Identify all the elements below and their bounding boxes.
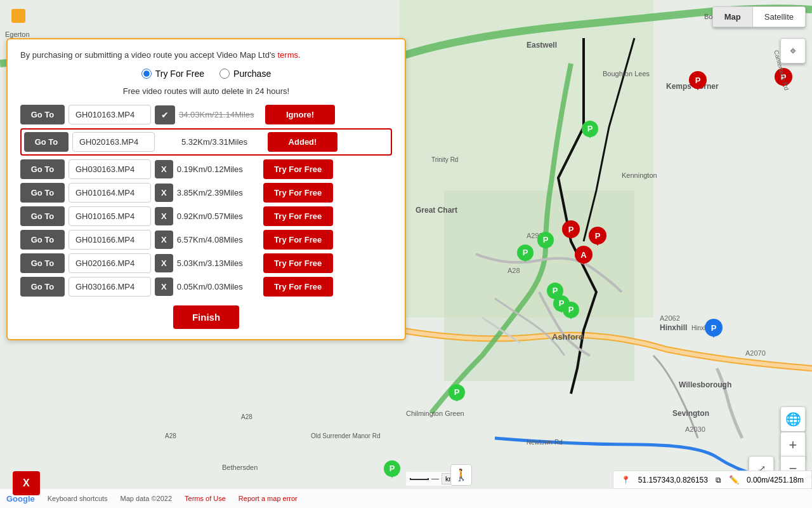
route-list: Go To GH010163.MP4 ✔ 34.03Km/21.14Miles … bbox=[20, 105, 392, 297]
compass-button[interactable]: ⌖ bbox=[780, 38, 806, 64]
purchase-label: Purchase bbox=[233, 69, 271, 79]
goto-button-4[interactable]: Go To bbox=[20, 206, 65, 226]
pegman-button[interactable]: 🚶 bbox=[450, 464, 472, 486]
svg-rect-2 bbox=[444, 190, 634, 381]
ignore-button-0[interactable]: Ignore! bbox=[265, 105, 335, 124]
distance-1: 5.32Km/3.31Miles bbox=[181, 137, 264, 147]
distance-0: 34.03Km/21.14Miles bbox=[179, 110, 261, 119]
goto-button-0[interactable]: Go To bbox=[20, 105, 65, 124]
try-button-3[interactable]: Try For Free bbox=[263, 183, 333, 203]
svg-text:P: P bbox=[390, 464, 395, 473]
filename-5: GH010166.MP4 bbox=[69, 230, 151, 250]
svg-rect-70 bbox=[11, 9, 25, 23]
svg-text:A2030: A2030 bbox=[685, 425, 705, 433]
goto-button-6[interactable]: Go To bbox=[20, 253, 65, 273]
try-button-6[interactable]: Try For Free bbox=[263, 253, 333, 273]
try-button-2[interactable]: Try For Free bbox=[263, 159, 333, 179]
map-type-map-btn[interactable]: Map bbox=[713, 7, 753, 27]
x-button-3[interactable]: X bbox=[155, 184, 173, 202]
map-bottom-bar: Google Keyboard shortcuts Map data ©2022… bbox=[0, 489, 812, 508]
filename-0: GH010163.MP4 bbox=[69, 105, 151, 124]
svg-text:Bethersden: Bethersden bbox=[222, 464, 258, 471]
svg-text:Great Chart: Great Chart bbox=[416, 206, 457, 215]
terms-text: By purchasing or submitting a video rout… bbox=[20, 50, 392, 61]
svg-text:Hinxhill: Hinxhill bbox=[660, 323, 687, 332]
filename-6: GH020166.MP4 bbox=[69, 253, 151, 273]
svg-text:Kennington: Kennington bbox=[622, 171, 657, 179]
svg-text:Newtown Rd: Newtown Rd bbox=[527, 439, 563, 446]
zoom-in-button[interactable]: + bbox=[780, 432, 806, 457]
coords-text: 51.157343,0.826153 bbox=[638, 476, 708, 485]
svg-text:A: A bbox=[580, 250, 587, 260]
scale-label: — bbox=[431, 474, 439, 483]
table-row: Go To GH010165.MP4 X 0.92Km/0.57Miles Tr… bbox=[20, 206, 392, 226]
terms-of-use[interactable]: Terms of Use bbox=[185, 495, 226, 502]
report-map-error[interactable]: Report a map error bbox=[239, 495, 298, 502]
svg-text:A2062: A2062 bbox=[660, 314, 680, 322]
distance-text: 0.00m/4251.18m bbox=[747, 476, 804, 485]
svg-text:Sevington: Sevington bbox=[672, 409, 709, 418]
map-type-control[interactable]: Map Satellite bbox=[712, 6, 806, 27]
svg-text:Trinity Rd: Trinity Rd bbox=[431, 156, 458, 163]
svg-text:A28: A28 bbox=[165, 432, 176, 439]
try-for-free-label: Try For Free bbox=[155, 69, 204, 79]
table-row: Go To GH020166.MP4 X 5.03Km/3.13Miles Tr… bbox=[20, 253, 392, 273]
x-corner-button[interactable]: X bbox=[13, 471, 40, 495]
filename-4: GH010165.MP4 bbox=[69, 206, 151, 226]
purchase-radio[interactable] bbox=[219, 69, 230, 79]
filename-7: GH030166.MP4 bbox=[69, 277, 151, 297]
goto-button-3[interactable]: Go To bbox=[20, 183, 65, 203]
goto-button-7[interactable]: Go To bbox=[20, 277, 65, 297]
svg-text:A28: A28 bbox=[241, 413, 252, 420]
distance-4: 0.92Km/0.57Miles bbox=[177, 211, 259, 221]
distance-3: 3.85Km/2.39Miles bbox=[177, 188, 259, 197]
map-type-satellite-btn[interactable]: Satellite bbox=[753, 7, 805, 27]
svg-text:P: P bbox=[568, 305, 574, 314]
svg-text:P: P bbox=[568, 225, 574, 234]
globe-button[interactable]: 🌐 bbox=[780, 406, 806, 432]
svg-text:P: P bbox=[711, 323, 717, 333]
svg-text:P: P bbox=[543, 235, 549, 244]
table-row: Go To GH010164.MP4 X 3.85Km/2.39Miles Tr… bbox=[20, 183, 392, 203]
try-for-free-radio-label[interactable]: Try For Free bbox=[141, 69, 204, 79]
keyboard-shortcuts[interactable]: Keyboard shortcuts bbox=[48, 495, 108, 502]
table-row: Go To GH030166.MP4 X 0.05Km/0.03Miles Tr… bbox=[20, 277, 392, 297]
svg-text:P: P bbox=[553, 286, 558, 295]
svg-text:P: P bbox=[595, 231, 601, 241]
goto-button-2[interactable]: Go To bbox=[20, 159, 65, 179]
x-button-6[interactable]: X bbox=[155, 254, 173, 272]
svg-text:P: P bbox=[695, 76, 701, 85]
added-button-1[interactable]: Added! bbox=[268, 132, 337, 152]
try-for-free-radio[interactable] bbox=[141, 69, 152, 79]
svg-text:P: P bbox=[587, 124, 593, 133]
goto-button-1[interactable]: Go To bbox=[24, 132, 69, 152]
try-button-4[interactable]: Try For Free bbox=[263, 206, 333, 226]
svg-text:A2070: A2070 bbox=[745, 349, 766, 357]
finish-button[interactable]: Finish bbox=[173, 305, 239, 329]
table-row: Go To GH030163.MP4 X 0.19Km/0.12Miles Tr… bbox=[20, 159, 392, 179]
route-panel: By purchasing or submitting a video rout… bbox=[6, 38, 406, 340]
goto-button-5[interactable]: Go To bbox=[20, 230, 65, 250]
table-row: Go To GH010163.MP4 ✔ 34.03Km/21.14Miles … bbox=[20, 105, 392, 124]
x-button-2[interactable]: X bbox=[155, 160, 173, 178]
distance-5: 6.57Km/4.08Miles bbox=[177, 235, 259, 244]
copy-icon[interactable]: ⧉ bbox=[716, 476, 721, 485]
try-button-5[interactable]: Try For Free bbox=[263, 230, 333, 250]
distance-2: 0.19Km/0.12Miles bbox=[177, 164, 259, 174]
auto-delete-text: Free video routes will auto delete in 24… bbox=[20, 86, 392, 96]
coords-bar: 📍 51.157343,0.826153 ⧉ ✏️ 0.00m/4251.18m bbox=[613, 471, 812, 489]
filename-1: GH020163.MP4 bbox=[72, 132, 155, 152]
try-button-7[interactable]: Try For Free bbox=[263, 277, 333, 297]
table-row: Go To GH020163.MP4 5.32Km/3.31Miles Adde… bbox=[20, 128, 392, 156]
purchase-radio-label[interactable]: Purchase bbox=[219, 69, 271, 79]
payment-radio-group[interactable]: Try For Free Purchase bbox=[20, 69, 392, 79]
x-button-7[interactable]: X bbox=[155, 277, 173, 296]
svg-text:Egerton: Egerton bbox=[5, 30, 30, 38]
distance-icon: ✏️ bbox=[729, 475, 739, 485]
x-button-4[interactable]: X bbox=[155, 207, 173, 225]
terms-link[interactable]: terms bbox=[278, 50, 299, 60]
location-icon: 📍 bbox=[621, 476, 631, 485]
svg-text:Boughton Lees: Boughton Lees bbox=[603, 70, 650, 77]
check-button-0[interactable]: ✔ bbox=[155, 105, 175, 124]
x-button-5[interactable]: X bbox=[155, 231, 173, 249]
